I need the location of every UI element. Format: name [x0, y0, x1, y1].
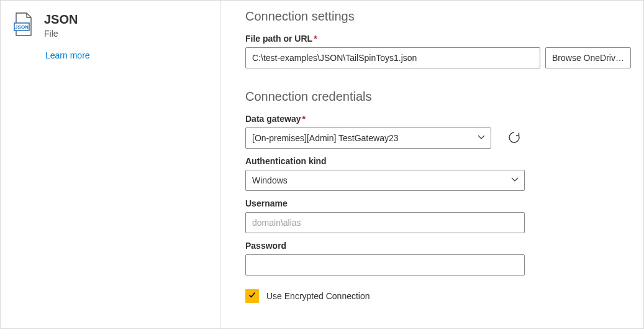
data-gateway-selected-value: [On-premises][Admin] TestGateway23 [252, 133, 399, 143]
refresh-icon [507, 131, 521, 146]
refresh-gateway-button[interactable] [504, 127, 525, 149]
data-gateway-field: Data gateway* [On-premises][Admin] TestG… [245, 114, 631, 149]
json-file-icon: JSON [11, 12, 35, 37]
connection-settings-heading: Connection settings [245, 9, 631, 24]
username-field: Username [245, 198, 631, 233]
checkmark-icon [248, 290, 256, 302]
username-input[interactable] [245, 212, 525, 233]
password-field: Password [245, 241, 631, 276]
username-label: Username [245, 198, 631, 208]
authentication-kind-dropdown[interactable]: Windows [245, 170, 525, 191]
data-gateway-label-text: Data gateway [245, 114, 301, 124]
connector-header: JSON JSON File [11, 12, 206, 39]
file-path-label: File path or URL* [245, 34, 631, 44]
file-path-input[interactable] [245, 47, 540, 68]
encrypted-connection-checkbox[interactable] [245, 289, 259, 303]
required-asterisk: * [314, 34, 317, 44]
authentication-kind-selected-value: Windows [252, 175, 288, 185]
data-gateway-dropdown[interactable]: [On-premises][Admin] TestGateway23 [245, 127, 491, 149]
encrypted-connection-row: Use Encrypted Connection [245, 289, 631, 303]
chevron-down-icon [477, 133, 486, 144]
connector-subtitle: File [44, 28, 78, 39]
password-input[interactable] [245, 254, 525, 276]
required-asterisk: * [302, 114, 305, 124]
dialog-root: JSON JSON File Learn more Connection set… [0, 0, 644, 329]
connection-credentials-heading: Connection credentials [245, 90, 631, 104]
browse-onedrive-button[interactable]: Browse OneDrive... [545, 47, 631, 68]
authentication-kind-field: Authentication kind Windows [245, 156, 631, 191]
chevron-down-icon [510, 175, 519, 186]
file-path-label-text: File path or URL [245, 34, 312, 44]
password-label: Password [245, 241, 631, 251]
encrypted-connection-label: Use Encrypted Connection [266, 291, 370, 301]
learn-more-link[interactable]: Learn more [45, 50, 206, 60]
authentication-kind-label: Authentication kind [245, 156, 631, 166]
data-gateway-label: Data gateway* [245, 114, 631, 124]
settings-panel: Connection settings File path or URL* Br… [220, 1, 643, 328]
svg-text:JSON: JSON [15, 24, 29, 30]
connector-title: JSON [44, 12, 78, 27]
file-path-field: File path or URL* Browse OneDrive... [245, 34, 631, 68]
connector-info-panel: JSON JSON File Learn more [1, 1, 220, 328]
